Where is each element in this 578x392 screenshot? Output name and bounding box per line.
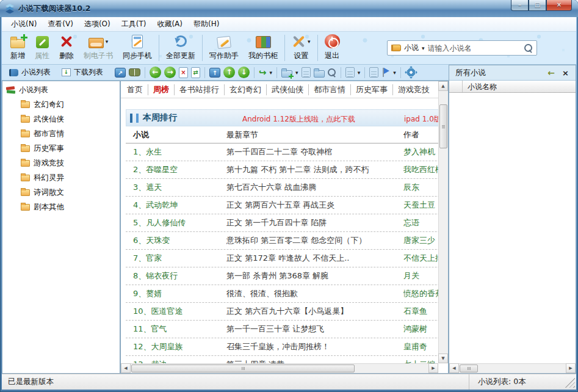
chapter-text[interactable]: 第一部 杀青州 第368章 解腕 (226, 270, 403, 281)
tab-download-list[interactable]: ↓ 下载列表 (57, 66, 107, 79)
novel-link[interactable]: 1、永生 (126, 147, 226, 158)
chapter-text[interactable]: 第七百六十六章 战血沸腾 (226, 182, 403, 193)
panel-close-icon[interactable]: × (559, 68, 572, 78)
chapter-text[interactable]: 第一千一百三十章 让梦想飞 (226, 324, 403, 335)
scroll-down-button[interactable]: ▼ (438, 354, 448, 363)
chevron-down-icon[interactable]: ▾ (308, 38, 311, 45)
chevron-down-icon[interactable]: ▾ (270, 70, 273, 76)
maximize-button[interactable]: □ (529, 0, 546, 11)
search-category[interactable]: 小说 (404, 43, 419, 53)
novel-link[interactable]: 13、裁决 (126, 359, 226, 363)
menu-item[interactable]: 小说(N) (5, 17, 42, 31)
menu-item[interactable]: 选项(O) (79, 17, 116, 31)
nav-link[interactable]: 游戏竞技 (392, 84, 435, 95)
minimize-button[interactable]: – (511, 0, 529, 11)
novel-link[interactable]: 2、吞噬星空 (126, 164, 226, 175)
tab-novel-list[interactable]: 小说列表 (5, 66, 55, 79)
chapter-text[interactable]: 第一千四百二十二章 夺取神棺 (226, 147, 403, 158)
nav-link[interactable]: 都市言情 (308, 84, 350, 95)
up-icon[interactable]: ↑ (223, 67, 235, 78)
nav-link[interactable]: 武侠仙侠 (266, 84, 308, 95)
refresh-icon[interactable]: ⇄ (191, 67, 200, 78)
tree-folder[interactable]: 诗词散文 (2, 185, 120, 200)
novel-list-area[interactable] (449, 93, 576, 363)
forward-icon[interactable]: → (164, 67, 176, 78)
scroll-up-button[interactable]: ▲ (438, 81, 448, 91)
novel-link[interactable]: 12、大周皇族 (126, 341, 226, 352)
horizontal-scroll-thumb[interactable] (131, 365, 355, 372)
chapter-text[interactable]: 正文 第172章 咋逢故人 不信天上.. (226, 253, 403, 264)
novel-link[interactable]: 4、武动乾坤 (126, 200, 226, 211)
tree-folder[interactable]: 历史军事 (2, 141, 120, 156)
chapter-text[interactable]: 意珠拓印 第三百零二章 怨念空间（下） (226, 235, 403, 246)
menu-item[interactable]: 工具(T) (116, 17, 152, 31)
title-bar[interactable]: 小说下载阅读器10.2 – □ × (0, 0, 578, 17)
resize-grip[interactable] (565, 378, 575, 388)
novel-link[interactable]: 6、天珠变 (126, 235, 226, 246)
chevron-down-icon[interactable]: ▾ (295, 70, 298, 76)
nav-link[interactable]: 各书站排行 (174, 84, 224, 95)
reader-icon[interactable] (129, 68, 140, 76)
horizontal-scrollbar[interactable]: ◀ ▶ (121, 363, 438, 373)
external-window-icon[interactable]: ↗ (115, 68, 126, 78)
back-icon[interactable]: ← (150, 67, 161, 78)
chapter-text[interactable]: 很渣、很渣、很抱歉 (226, 288, 403, 299)
make-ebook-button[interactable]: ▾ 制电子书 (79, 32, 118, 64)
update-all-button[interactable]: 全部更新 (161, 32, 200, 64)
down-icon[interactable]: ↓ (238, 67, 250, 78)
chapter-text[interactable]: 正文 第两百六十五章 再战王炎 (226, 200, 403, 211)
import-icon[interactable]: ↪ (259, 67, 267, 78)
chapter-text[interactable]: 召集三千皇族，冲击周推榜！ (226, 341, 403, 352)
chapter-text[interactable]: 第三十四章 凌昔 (226, 359, 403, 363)
edit-icon[interactable] (302, 67, 311, 78)
vertical-scroll-thumb[interactable] (439, 104, 447, 148)
chevron-down-icon[interactable]: ▾ (106, 38, 109, 45)
nav-link[interactable]: 玄幻奇幻 (224, 84, 266, 95)
menu-item[interactable]: 帮助(H) (188, 17, 225, 31)
tree-folder[interactable]: 科幻灵异 (2, 170, 120, 185)
scroll-right-button[interactable]: ▶ (566, 363, 576, 373)
settings-button[interactable]: ▾ 设置 (287, 32, 316, 64)
sync-phone-button[interactable]: 同步手机 (118, 32, 157, 64)
stop-icon[interactable]: × (179, 67, 188, 78)
search-icon[interactable] (524, 44, 533, 53)
my-bookshelf-button[interactable]: 我的书柜 (244, 32, 283, 64)
novel-link[interactable]: 10、医道官途 (126, 306, 226, 317)
novel-link[interactable]: 8、锦衣夜行 (126, 270, 226, 281)
delete-button[interactable]: 删除 (54, 32, 79, 64)
tree-folder[interactable]: 剧本其他 (2, 200, 120, 214)
properties-button[interactable]: 属性 (30, 32, 54, 64)
gear-icon[interactable] (406, 68, 416, 77)
add-folder-icon[interactable] (281, 70, 292, 78)
nav-link[interactable]: 历史军事 (350, 84, 392, 95)
tree-root[interactable]: 小说列表 (2, 81, 120, 97)
exit-button[interactable]: 退出 (320, 32, 345, 64)
novel-link[interactable]: 5、凡人修仙传 (126, 217, 226, 228)
menu-item[interactable]: 收藏(A) (151, 17, 188, 31)
panel-horizontal-scrollbar[interactable]: ◀ ▶ (449, 363, 576, 373)
chevron-down-icon[interactable]: ▾ (358, 70, 361, 76)
chapter-text[interactable]: 正文 第六百九十六章【小鸟返巢】 (226, 306, 403, 317)
ipad-banner-link[interactable]: ipad 1.0版上线啦，点此下载 (404, 114, 438, 125)
tree-folder[interactable]: 武侠仙侠 (2, 112, 120, 126)
nav-link[interactable]: 首页 (122, 84, 148, 95)
note-icon[interactable] (369, 67, 378, 78)
scroll-left-button[interactable]: ◀ (449, 363, 459, 373)
writing-assistant-button[interactable]: 写作助手 (204, 32, 244, 64)
chevron-down-icon[interactable]: ▾ (422, 45, 425, 51)
novel-link[interactable]: 11、官气 (126, 324, 226, 335)
folder-icon[interactable] (314, 70, 325, 78)
new-button[interactable]: 新增 (5, 32, 30, 64)
tree-folder[interactable]: 玄幻奇幻 (2, 97, 120, 112)
search-icon[interactable] (328, 68, 336, 77)
row-selector-column[interactable] (449, 81, 463, 92)
nav-link[interactable]: 周榜 (148, 84, 174, 95)
panel-scroll-thumb[interactable] (460, 365, 478, 372)
scroll-left-button[interactable]: ◀ (121, 363, 131, 373)
scroll-right-button[interactable]: ▶ (428, 363, 438, 373)
flag-icon[interactable] (381, 67, 390, 78)
novel-link[interactable]: 9、赘婿 (126, 288, 226, 299)
home-icon[interactable]: ↑ (209, 68, 220, 78)
android-banner-link[interactable]: Android 1.12版上线啦，点此下载 (242, 114, 355, 125)
tree-folder[interactable]: 都市言情 (2, 126, 120, 141)
